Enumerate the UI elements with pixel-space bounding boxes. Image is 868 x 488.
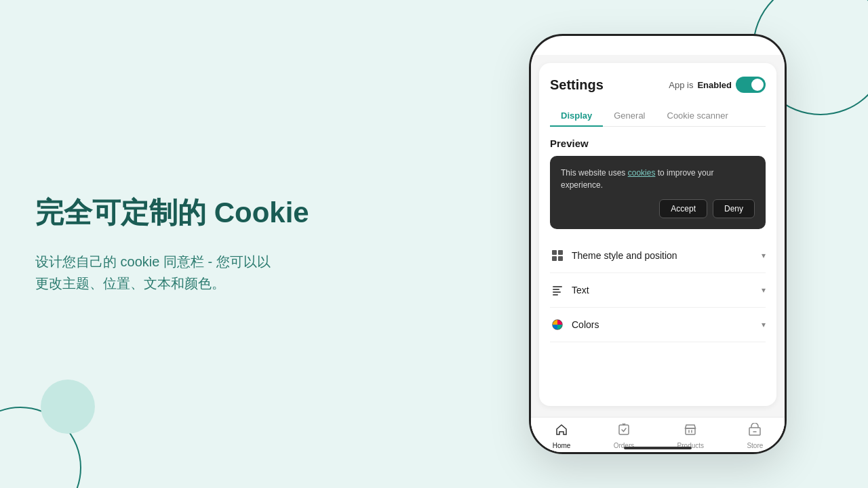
- phone-content: Settings App is Enabled Display General …: [531, 55, 785, 452]
- svg-rect-2: [552, 256, 557, 261]
- nav-home[interactable]: Home: [553, 423, 571, 449]
- store-icon: [748, 423, 762, 440]
- phone-container: Settings App is Enabled Display General …: [529, 34, 787, 454]
- accordion-theme-left: Theme style and position: [550, 248, 677, 263]
- nav-store[interactable]: Store: [747, 423, 763, 449]
- subtitle: 设计您自己的 cookie 同意栏 - 您可以以更改主题、位置、文本和颜色。: [35, 250, 388, 293]
- nav-orders[interactable]: Orders: [614, 423, 635, 449]
- nav-products[interactable]: Products: [677, 423, 704, 449]
- theme-icon: [550, 248, 565, 263]
- preview-text-before: This website uses: [561, 168, 628, 178]
- accordion-colors[interactable]: Colors ▾: [550, 308, 766, 342]
- tab-general[interactable]: General: [603, 105, 656, 126]
- svg-rect-3: [558, 256, 563, 261]
- accordion-text-chevron: ▾: [762, 285, 766, 295]
- enabled-label: Enabled: [697, 80, 732, 90]
- svg-rect-5: [553, 289, 559, 290]
- preview-banner: This website uses cookies to improve you…: [550, 156, 766, 229]
- deny-button[interactable]: Deny: [713, 199, 755, 218]
- deco-circle-small: [41, 380, 95, 434]
- accordion-text[interactable]: Text ▾: [550, 273, 766, 308]
- preview-label: Preview: [550, 138, 766, 149]
- text-icon: [550, 283, 565, 298]
- preview-buttons: Accept Deny: [561, 199, 755, 218]
- app-is-label: App is: [669, 80, 693, 90]
- orders-icon: [617, 423, 631, 440]
- svg-rect-7: [553, 294, 558, 296]
- nav-store-label: Store: [747, 442, 763, 449]
- phone-frame: Settings App is Enabled Display General …: [529, 34, 787, 454]
- svg-rect-10: [686, 428, 695, 434]
- home-icon: [555, 423, 568, 440]
- left-content: 完全可定制的 Cookie 设计您自己的 cookie 同意栏 - 您可以以更改…: [35, 195, 388, 294]
- colors-icon: [550, 317, 565, 332]
- accordion-colors-chevron: ▾: [762, 320, 766, 329]
- main-title: 完全可定制的 Cookie: [35, 195, 388, 232]
- preview-link[interactable]: cookies: [628, 168, 656, 178]
- svg-rect-1: [558, 250, 563, 255]
- phone-notch: [617, 36, 698, 55]
- svg-rect-0: [552, 250, 557, 255]
- settings-card: Settings App is Enabled Display General …: [539, 63, 776, 406]
- enabled-toggle[interactable]: [736, 77, 766, 93]
- accordion-colors-label: Colors: [572, 319, 599, 330]
- tab-display[interactable]: Display: [550, 105, 603, 126]
- accordion-text-label: Text: [572, 285, 589, 296]
- preview-text: This website uses cookies to improve you…: [561, 167, 755, 191]
- nav-home-label: Home: [553, 442, 571, 449]
- svg-rect-6: [553, 291, 561, 293]
- svg-rect-4: [553, 286, 562, 287]
- home-bar: [624, 447, 692, 449]
- settings-header: Settings App is Enabled: [550, 77, 766, 93]
- accept-button[interactable]: Accept: [659, 199, 707, 218]
- settings-title: Settings: [550, 77, 604, 93]
- accordion-theme-label: Theme style and position: [572, 250, 677, 261]
- accordion-theme[interactable]: Theme style and position ▾: [550, 239, 766, 273]
- svg-rect-9: [619, 425, 629, 434]
- accordion-theme-chevron: ▾: [762, 251, 766, 260]
- products-icon: [684, 423, 697, 440]
- accordion-text-left: Text: [550, 283, 589, 298]
- tabs-container: Display General Cookie scanner: [550, 105, 766, 127]
- app-status: App is Enabled: [669, 77, 766, 93]
- accordion-colors-left: Colors: [550, 317, 599, 332]
- tab-cookie-scanner[interactable]: Cookie scanner: [656, 105, 739, 126]
